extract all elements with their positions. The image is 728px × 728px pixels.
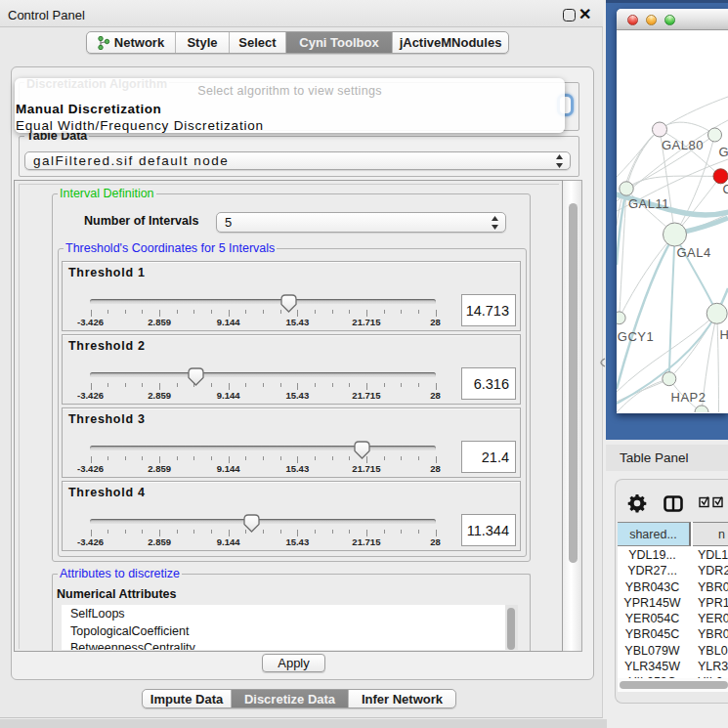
svg-text:GAL80: GAL80 [662,138,704,152]
svg-text:GAL4: GAL4 [677,245,711,260]
svg-text:GA: GA [719,145,728,159]
svg-text:H: H [720,327,728,342]
svg-text:C: C [723,182,728,196]
svg-text:HAP2: HAP2 [671,390,707,405]
svg-text:GCY1: GCY1 [618,329,654,344]
svg-text:GAL11: GAL11 [628,196,669,211]
